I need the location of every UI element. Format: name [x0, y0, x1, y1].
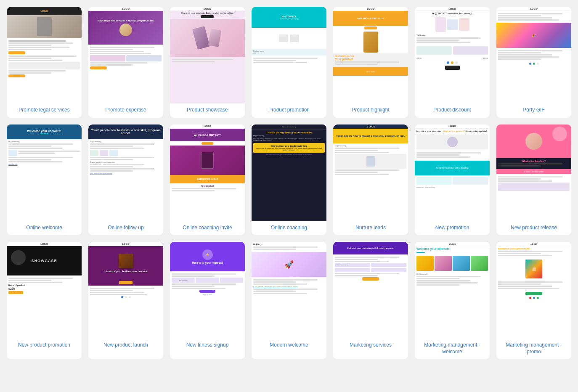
card-label-new-fitness-signup: New fitness signup [170, 339, 245, 353]
card-product-showcase[interactable]: LOGO Share off your products. Enforce wh… [170, 7, 245, 118]
card-label-product-highlight: Product highlight [333, 103, 408, 118]
card-product-discount[interactable]: LOGO Hi {{CONTACT subscriber_first_name … [415, 7, 490, 118]
card-product-promotion[interactable]: Hi {{CONTACT 'subscriber_first_name' }} … [252, 7, 326, 118]
card-label-product-showcase: Product showcase [170, 103, 245, 118]
card-modern-welcome[interactable]: Hi Alex, 🚀 If you offered a download, yo… [252, 242, 326, 359]
card-new-product-promotion[interactable]: LOGO SHOWCASE Name of product $299 [7, 242, 82, 359]
card-label-marketing-mgmt-promo: Marketing management - promo [496, 339, 571, 359]
card-product-highlight[interactable]: LOGO WHY SHOULD THEY BUY? FEATURED IN OU… [333, 7, 408, 118]
card-marketing-mgmt-welcome[interactable]: ● Logo Welcome your contacts! Hi {{first… [415, 242, 490, 359]
card-marketing-mgmt-promo[interactable]: ● Logo Introduce your promotion! ▦ [496, 242, 571, 359]
card-label-online-followup: Online follow up [88, 221, 163, 236]
card-label-nurture-leads: Nurture leads [333, 221, 408, 236]
card-label-online-coaching: Online coaching [252, 221, 326, 236]
card-label-new-promotion: New promotion [415, 221, 490, 236]
card-coaching-invite[interactable]: LOGO WHY SHOULD THEY BUY? INTERESTED IN … [170, 124, 245, 236]
card-party-gif[interactable]: LOGO 🎉 [496, 7, 571, 118]
card-online-welcome[interactable]: Welcome your contacts! Hi {{firstname}}, [7, 124, 82, 236]
card-label-promote-expertise: Promote expertise [88, 103, 163, 118]
card-new-fitness-signup[interactable]: ⚡ Here's to your fitness! We provide [170, 242, 245, 359]
card-label-product-discount: Product discount [415, 103, 490, 118]
card-label-coaching-invite: Online coaching invite [170, 221, 245, 236]
row-2: Welcome your contacts! Hi {{firstname}}, [7, 124, 571, 236]
card-label-marketing-services: Marketing services [333, 339, 408, 353]
card-label-product-promotion: Product promotion [252, 103, 326, 118]
row-3: LOGO SHOWCASE Name of product $299 [7, 242, 571, 359]
template-grid: LOGO [7, 7, 571, 359]
card-label-party-gif: Party GIF [496, 103, 571, 118]
card-label-marketing-mgmt-welcome: Marketing management - welcome [415, 339, 490, 359]
card-label-modern-welcome: Modern welcome [252, 339, 326, 353]
card-nurture-leads[interactable]: ▲ LOGO Teach people how to master a new … [333, 124, 408, 236]
card-new-product-release[interactable]: What's the big deal? 5 stars - for the s… [496, 124, 571, 236]
row-1: LOGO [7, 7, 571, 118]
card-promote-legal[interactable]: LOGO [7, 7, 82, 118]
card-label-online-welcome: Online welcome [7, 221, 82, 236]
card-label-new-product-release: New product release [496, 221, 571, 236]
card-label-promote-legal: Promote legal services [7, 103, 82, 118]
card-marketing-services[interactable]: Kickstart your marketing with industry e… [333, 242, 408, 359]
card-label-new-product-launch: New product launch [88, 339, 163, 353]
card-online-coaching[interactable]: Remote Coaching Thanks for registering t… [252, 124, 326, 236]
card-online-followup[interactable]: Teach people how to master a new skill, … [88, 124, 163, 236]
card-new-promotion[interactable]: LOGO Introduce your promotion. Maybe it'… [415, 124, 490, 236]
card-new-product-launch[interactable]: LOGO Introduce your brilliant new produc… [88, 242, 163, 359]
card-label-new-product-promotion: New product promotion [7, 339, 82, 353]
card-promote-expertise[interactable]: LOGO Teach people how to master a new sk… [88, 7, 163, 118]
